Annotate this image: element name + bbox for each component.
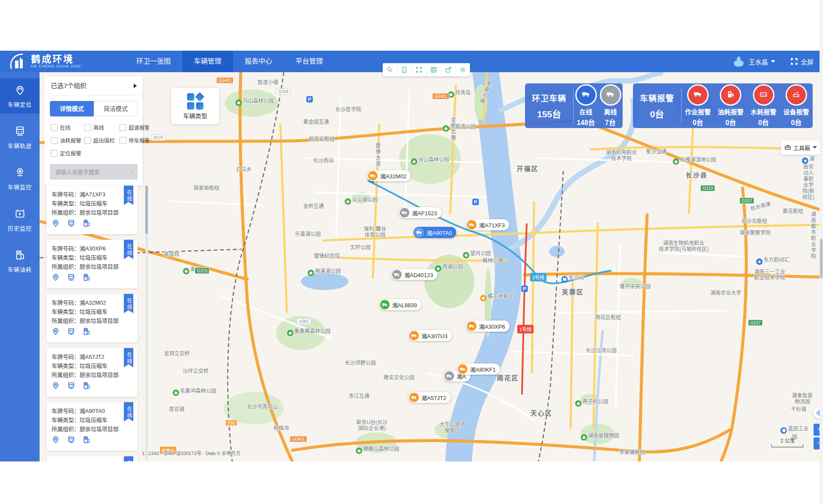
vehicle-marker[interactable]: 湘A80KF1 bbox=[457, 363, 500, 375]
vehicle-card[interactable]: 车牌号码：湘A90TA0车辆类型：垃圾压缩车所属组织：厨余垃圾项目部在线 bbox=[46, 402, 138, 451]
place-label: M长沙站 bbox=[561, 275, 584, 283]
gear-icon[interactable] bbox=[456, 63, 470, 76]
fuel-icon[interactable] bbox=[83, 273, 91, 284]
place-label: 莲花镇 bbox=[169, 406, 184, 412]
expand-icon[interactable] bbox=[412, 63, 427, 76]
page-scrollbar-thumb[interactable] bbox=[820, 239, 823, 278]
metro-poi-icon: M bbox=[561, 276, 568, 283]
search-input[interactable] bbox=[54, 168, 132, 176]
vehicle-type-button[interactable]: 车辆类型 bbox=[171, 88, 219, 124]
place-label: 黄金园互通 bbox=[303, 119, 329, 125]
panel-scrollbar-thumb[interactable] bbox=[145, 186, 148, 234]
toolbox-button[interactable]: 工具箱 bbox=[781, 140, 820, 155]
vehicle-card[interactable]: 车牌号码：湘A30XP6车辆类型：垃圾压缩车所属组织：厨余垃圾项目部在线 bbox=[46, 240, 138, 288]
vehicle-card[interactable]: 车牌号码：湘A32M02车辆类型：垃圾压缩车所属组织：厨余垃圾项目部在线 bbox=[46, 294, 138, 342]
checkbox-icon[interactable] bbox=[120, 124, 126, 131]
checkbox-icon[interactable] bbox=[120, 137, 126, 144]
vehicle-marker[interactable]: 湘A71XF3 bbox=[466, 219, 509, 230]
locate-pin-icon[interactable] bbox=[52, 219, 60, 230]
filter-checkbox[interactable]: 离线 bbox=[84, 123, 120, 131]
track-bus-icon[interactable] bbox=[67, 273, 75, 284]
fleet-stats-panel: 环卫车辆 155台 在线 148台 离线 7台 bbox=[525, 83, 623, 128]
vehicle-marker[interactable]: 湘AL8839 bbox=[379, 299, 421, 310]
filter-checkbox[interactable]: 定位报警 bbox=[51, 149, 84, 157]
filter-checkbox[interactable]: 超速报警 bbox=[120, 123, 149, 131]
track-bus-icon[interactable] bbox=[67, 327, 75, 338]
magnifier-icon[interactable] bbox=[383, 63, 397, 76]
place-label: ♣松雅湖湿地公园 bbox=[673, 157, 716, 165]
place-label: ♣湖南省植物园 bbox=[580, 433, 619, 441]
locate-pin-icon[interactable] bbox=[52, 436, 60, 446]
vehicle-card[interactable]: 车牌号码：湘A57JT2车辆类型：垃圾压缩车所属组织：厨余垃圾项目部在线 bbox=[46, 348, 138, 397]
vehicle-marker[interactable]: 湘A30TU3 bbox=[408, 330, 452, 341]
track-bus-icon[interactable] bbox=[67, 219, 75, 230]
fuel-icon[interactable] bbox=[83, 327, 91, 338]
panel-scrollbar[interactable] bbox=[145, 186, 148, 461]
filter-checkbox[interactable]: 在线 bbox=[51, 123, 84, 131]
fuel-icon[interactable] bbox=[83, 219, 91, 230]
vehicle-card[interactable]: 车牌号码：湘A71XF3车辆类型：垃圾压缩车所属组织：厨余垃圾项目部在线 bbox=[46, 186, 138, 234]
track-bus-icon[interactable] bbox=[67, 436, 75, 446]
place-label: 湖南农业大学 bbox=[710, 290, 741, 296]
track-icon bbox=[14, 131, 26, 138]
nav-item-1[interactable]: 环卫一张图 bbox=[125, 51, 182, 72]
save-icon[interactable] bbox=[427, 63, 441, 76]
filter-checkbox[interactable]: 超出围栏 bbox=[84, 136, 120, 144]
track-bus-icon[interactable] bbox=[67, 382, 75, 392]
vehicle-marker[interactable]: 湘A90TA0 bbox=[414, 227, 456, 238]
fullscreen-label: 全屏 bbox=[801, 57, 814, 66]
share-icon[interactable] bbox=[441, 63, 456, 76]
locate-pin-icon[interactable] bbox=[52, 273, 60, 284]
nav-item-3[interactable]: 报表中心 bbox=[233, 51, 284, 72]
sidebar-item-cam[interactable]: 车辆监控 bbox=[0, 161, 40, 196]
tablet-icon[interactable] bbox=[397, 63, 412, 76]
page-scrollbar[interactable] bbox=[820, 0, 823, 504]
vehicle-card[interactable]: 车牌号码：湘A80KF1车辆类型：垃圾压缩车所属组织：厨余垃圾项目部在线 bbox=[46, 456, 138, 461]
alarm-stat-water: 水耗报警0台 bbox=[747, 84, 780, 127]
vehicle-plate: 车牌号码：湘A57JT2 bbox=[52, 352, 132, 361]
nav-item-2[interactable]: 车辆管理 bbox=[182, 51, 233, 72]
search-icon[interactable] bbox=[132, 168, 133, 176]
checkbox-icon[interactable] bbox=[51, 124, 58, 131]
chevron-down-icon[interactable] bbox=[771, 60, 775, 63]
locate-pin-icon[interactable] bbox=[52, 382, 60, 392]
filter-checkbox[interactable]: 油耗报警 bbox=[51, 136, 84, 144]
place-label: 文轩公园 bbox=[350, 244, 371, 250]
water-alarm-icon bbox=[759, 90, 768, 100]
organization-selector[interactable]: 已选7个组织 bbox=[45, 76, 143, 96]
vehicle-marker[interactable]: 湘AF1523 bbox=[399, 207, 442, 218]
checkbox-icon[interactable] bbox=[84, 137, 91, 144]
vehicle-marker[interactable]: 湘A30XP6 bbox=[466, 321, 510, 332]
filter-label: 超出围栏 bbox=[93, 136, 115, 144]
logo-crane-icon bbox=[8, 52, 27, 71]
vehicle-marker[interactable]: 湘A32M02 bbox=[367, 170, 411, 181]
sidebar-item-fuel[interactable]: 车辆油耗 bbox=[0, 243, 40, 278]
expand-arrow-icon[interactable] bbox=[134, 84, 137, 88]
locate-pin-icon[interactable] bbox=[52, 327, 60, 338]
filter-label: 停车报警 bbox=[129, 136, 149, 144]
vehicle-marker[interactable]: 湘A57JT2 bbox=[408, 392, 451, 403]
tab-mode-2[interactable]: 简洁模式 bbox=[94, 101, 138, 116]
avatar[interactable] bbox=[732, 55, 745, 68]
truck-icon bbox=[400, 208, 409, 217]
checkbox-icon[interactable] bbox=[51, 137, 58, 144]
nav-item-4[interactable]: 平台管理 bbox=[284, 51, 335, 72]
checkbox-icon[interactable] bbox=[51, 150, 58, 157]
user-name[interactable]: 王水晶 bbox=[749, 57, 768, 66]
filter-checkbox[interactable]: 停车报警 bbox=[120, 136, 149, 144]
main-menu: 环卫一张图车辆管理报表中心平台管理 bbox=[125, 51, 335, 72]
sidebar-item-locate[interactable]: 车辆定位 bbox=[0, 78, 40, 113]
road-badge: S50 bbox=[225, 420, 237, 426]
map-canvas[interactable]: 智造小镇♣乌山森林公园长沙医学院♣月亮岛黄金园互通♣银星湾公园观音岩枢纽长沙西站… bbox=[40, 72, 823, 461]
vehicle-marker[interactable]: 湘AD40123 bbox=[391, 269, 437, 280]
logo-subtitle: HE CHENG HUAN JING bbox=[31, 64, 81, 68]
fuel-icon[interactable] bbox=[83, 436, 91, 446]
fullscreen-button[interactable]: 全屏 bbox=[790, 57, 814, 66]
tab-mode-1[interactable]: 详情模式 bbox=[50, 101, 94, 116]
vehicle-org: 所属组织：厨余垃圾项目部 bbox=[52, 262, 132, 271]
checkbox-icon[interactable] bbox=[84, 124, 91, 131]
sidebar-item-video[interactable]: 历史监控 bbox=[0, 202, 40, 237]
fuel-icon[interactable] bbox=[83, 382, 91, 392]
park-poi-icon: ♣ bbox=[411, 159, 417, 165]
sidebar-item-track[interactable]: 车辆轨迹 bbox=[0, 119, 40, 155]
